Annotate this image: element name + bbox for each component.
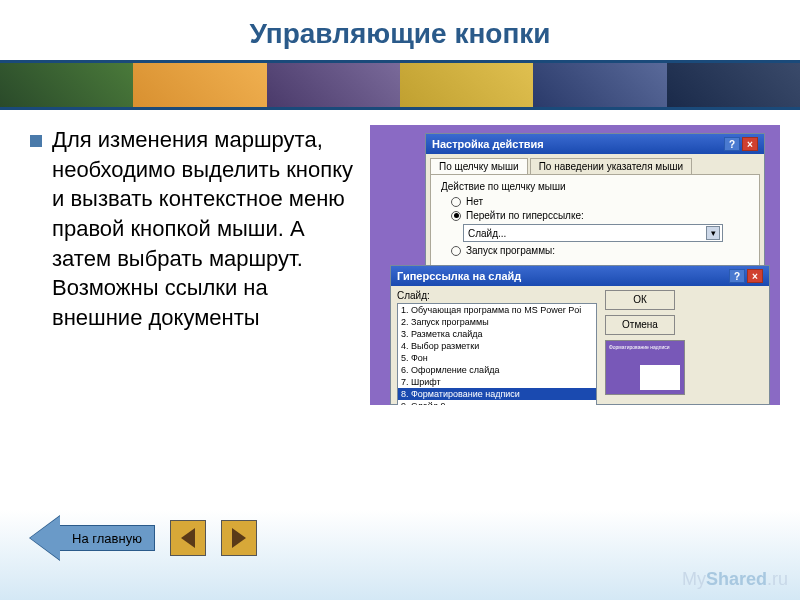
ok-button[interactable]: ОК	[605, 290, 675, 310]
dialog-title-text: Гиперссылка на слайд	[397, 270, 521, 282]
hyperlink-dropdown[interactable]: Слайд... ▾	[463, 224, 723, 242]
dialog-title-text: Настройка действия	[432, 138, 544, 150]
prev-button[interactable]	[170, 520, 206, 556]
dialog-titlebar[interactable]: Гиперссылка на слайд ? ×	[391, 266, 769, 286]
list-item[interactable]: 7. Шрифт	[398, 376, 596, 388]
hyperlink-slide-dialog: Гиперссылка на слайд ? × Слайд: 1. Обуча…	[390, 265, 770, 405]
list-item[interactable]: 3. Разметка слайда	[398, 328, 596, 340]
list-item[interactable]: 1. Обучающая программа по MS Power Poi	[398, 304, 596, 316]
navigation-controls: На главную	[30, 516, 257, 560]
list-item[interactable]: 9. Слайд 9	[398, 400, 596, 405]
text-column: Для изменения маршрута, необходимо выдел…	[30, 125, 370, 405]
list-item[interactable]: 5. Фон	[398, 352, 596, 364]
group-label: Действие по щелчку мыши	[441, 181, 749, 192]
chevron-down-icon[interactable]: ▾	[706, 226, 720, 240]
help-icon[interactable]: ?	[724, 137, 740, 151]
list-label: Слайд:	[397, 290, 597, 301]
dialog-tabs: По щелчку мыши По наведении указателя мы…	[426, 154, 764, 174]
slide-title: Управляющие кнопки	[0, 0, 800, 60]
watermark: MyShared.ru	[682, 569, 788, 590]
next-button[interactable]	[221, 520, 257, 556]
radio-hyperlink[interactable]: Перейти по гиперссылке:	[451, 210, 749, 221]
slide-preview: Форматирование надписи	[605, 340, 685, 395]
home-label: На главную	[60, 525, 155, 551]
embedded-screenshot: Настройка действия ? × По щелчку мыши По…	[370, 125, 780, 405]
screenshot-column: Настройка действия ? × По щелчку мыши По…	[370, 125, 780, 405]
cancel-button[interactable]: Отмена	[605, 315, 675, 335]
list-item[interactable]: 2. Запуск программы	[398, 316, 596, 328]
radio-icon	[451, 197, 461, 207]
help-icon[interactable]: ?	[729, 269, 745, 283]
triangle-right-icon	[232, 528, 246, 548]
decorative-banner	[0, 60, 800, 110]
tab-on-hover[interactable]: По наведении указателя мыши	[530, 158, 692, 174]
dialog-body: Слайд: 1. Обучающая программа по MS Powe…	[391, 286, 769, 405]
body-text: Для изменения маршрута, необходимо выдел…	[52, 125, 355, 333]
triangle-left-icon	[181, 528, 195, 548]
preview-title: Форматирование надписи	[609, 344, 681, 350]
dropdown-value: Слайд...	[468, 228, 506, 239]
dialog-titlebar[interactable]: Настройка действия ? ×	[426, 134, 764, 154]
radio-icon	[451, 246, 461, 256]
close-icon[interactable]: ×	[747, 269, 763, 283]
list-item[interactable]: 6. Оформление слайда	[398, 364, 596, 376]
home-button[interactable]: На главную	[30, 516, 155, 560]
radio-run-program[interactable]: Запуск программы:	[451, 245, 749, 256]
list-item[interactable]: 4. Выбор разметки	[398, 340, 596, 352]
list-item[interactable]: 8. Форматирование надписи	[398, 388, 596, 400]
tab-on-click[interactable]: По щелчку мыши	[430, 158, 528, 174]
close-icon[interactable]: ×	[742, 137, 758, 151]
radio-none[interactable]: Нет	[451, 196, 749, 207]
arrow-left-icon	[30, 516, 60, 560]
preview-thumb	[640, 365, 680, 390]
radio-icon	[451, 211, 461, 221]
content-area: Для изменения маршрута, необходимо выдел…	[0, 110, 800, 405]
slide-list[interactable]: 1. Обучающая программа по MS Power Poi2.…	[397, 303, 597, 405]
bullet-icon	[30, 135, 42, 147]
